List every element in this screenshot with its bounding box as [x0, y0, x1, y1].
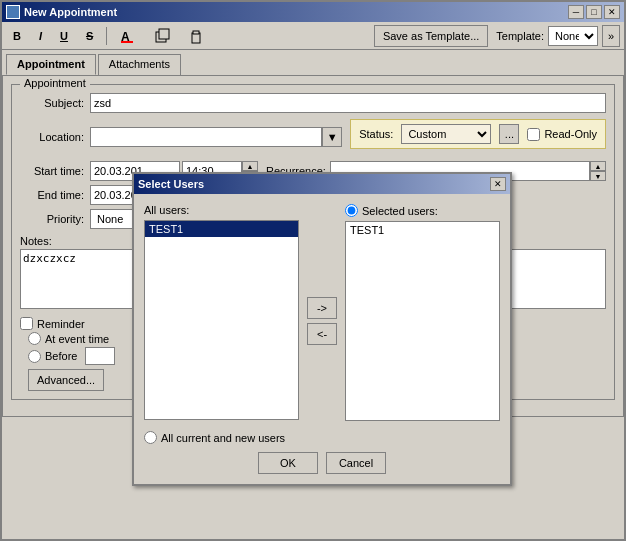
readonly-row: Read-Only [527, 128, 597, 141]
copy-icon [154, 28, 170, 44]
close-button[interactable]: ✕ [604, 5, 620, 19]
dialog-footer: OK Cancel [144, 452, 500, 474]
status-ellipsis-button[interactable]: ... [499, 124, 519, 144]
location-label: Location: [20, 131, 90, 143]
dialog-columns: All users: TEST1 -> <- Selected users: [144, 204, 500, 421]
selected-users-label: Selected users: [362, 205, 438, 217]
selected-users-radio[interactable] [345, 204, 358, 217]
tab-appointment[interactable]: Appointment [6, 54, 96, 75]
status-label: Status: [359, 128, 393, 140]
all-users-col: All users: TEST1 [144, 204, 299, 420]
save-template-button[interactable]: Save as Template... [374, 25, 488, 47]
selected-users-item[interactable]: TEST1 [346, 222, 499, 238]
dialog-body: All users: TEST1 -> <- Selected users: [134, 194, 510, 484]
svg-rect-5 [193, 31, 199, 34]
selected-users-col: Selected users: TEST1 [345, 204, 500, 421]
dialog-cancel-button[interactable]: Cancel [326, 452, 386, 474]
selected-users-list[interactable]: TEST1 [345, 221, 500, 421]
svg-rect-3 [159, 29, 169, 39]
svg-rect-1 [121, 41, 133, 43]
location-input[interactable] [90, 127, 322, 147]
all-current-label: All current and new users [161, 432, 285, 444]
paste-icon [188, 28, 204, 44]
copy-button[interactable] [147, 25, 177, 47]
minimize-button[interactable]: ─ [568, 5, 584, 19]
title-bar: New Appointment ─ □ ✕ [2, 2, 624, 22]
main-window: New Appointment ─ □ ✕ B I U S A [0, 0, 626, 541]
remove-user-button[interactable]: <- [307, 323, 337, 345]
all-users-item[interactable]: TEST1 [145, 221, 298, 237]
all-users-list[interactable]: TEST1 [144, 220, 299, 420]
tabs-bar: Appointment Attachments [2, 50, 624, 75]
reminder-label: Reminder [37, 318, 85, 330]
template-label: Template: [496, 30, 544, 42]
readonly-label: Read-Only [544, 128, 597, 140]
font-color-icon: A [120, 28, 136, 44]
underline-button[interactable]: U [53, 25, 75, 47]
all-users-label: All users: [144, 204, 299, 216]
maximize-button[interactable]: □ [586, 5, 602, 19]
dialog-arrows: -> <- [307, 281, 337, 345]
priority-label: Priority: [20, 213, 90, 225]
dialog-close-button[interactable]: ✕ [490, 177, 506, 191]
tab-attachments[interactable]: Attachments [98, 54, 181, 75]
end-time-label: End time: [20, 189, 90, 201]
title-bar-left: New Appointment [6, 5, 117, 19]
italic-button[interactable]: I [32, 25, 49, 47]
bold-button[interactable]: B [6, 25, 28, 47]
select-users-dialog: Select Users ✕ All users: TEST1 -> <- [132, 172, 512, 486]
recurrence-down-btn[interactable]: ▼ [590, 171, 606, 181]
paste-button[interactable] [181, 25, 211, 47]
advanced-button[interactable]: Advanced... [28, 369, 104, 391]
group-label: Appointment [20, 77, 90, 89]
all-current-radio[interactable] [144, 431, 157, 444]
title-controls: ─ □ ✕ [568, 5, 620, 19]
status-dropdown[interactable]: Custom None Free Tentative Busy Out of O… [401, 124, 491, 144]
subject-row: Subject: [20, 93, 606, 113]
status-area: Status: Custom None Free Tentative Busy … [350, 119, 606, 149]
strikethrough-button[interactable]: S [79, 25, 100, 47]
toolbar-separator [106, 27, 107, 45]
selected-label-row: Selected users: [345, 204, 500, 217]
at-event-radio[interactable] [28, 332, 41, 345]
dialog-title-text: Select Users [138, 178, 204, 190]
toolbar-more-button[interactable]: » [602, 25, 620, 47]
template-dropdown[interactable]: None [548, 26, 598, 46]
start-time-up-btn[interactable]: ▲ [242, 161, 258, 171]
add-user-button[interactable]: -> [307, 297, 337, 319]
recurrence-up-btn[interactable]: ▲ [590, 161, 606, 171]
at-event-label: At event time [45, 333, 109, 345]
toolbar: B I U S A Save as Template... Template: [2, 22, 624, 50]
start-time-label: Start time: [20, 165, 90, 177]
font-color-button[interactable]: A [113, 25, 143, 47]
before-value-input[interactable] [85, 347, 115, 365]
dialog-ok-button[interactable]: OK [258, 452, 318, 474]
window-title: New Appointment [24, 6, 117, 18]
subject-input[interactable] [90, 93, 606, 113]
before-label: Before [45, 350, 77, 362]
before-radio[interactable] [28, 350, 41, 363]
location-row: Location: ▼ [20, 119, 342, 155]
recurrence-spinner: ▲ ▼ [590, 161, 606, 181]
all-current-row: All current and new users [144, 431, 500, 444]
readonly-checkbox[interactable] [527, 128, 540, 141]
dialog-title-bar: Select Users ✕ [134, 174, 510, 194]
location-dropdown-btn[interactable]: ▼ [322, 127, 342, 147]
app-icon [6, 5, 20, 19]
subject-label: Subject: [20, 97, 90, 109]
reminder-checkbox[interactable] [20, 317, 33, 330]
